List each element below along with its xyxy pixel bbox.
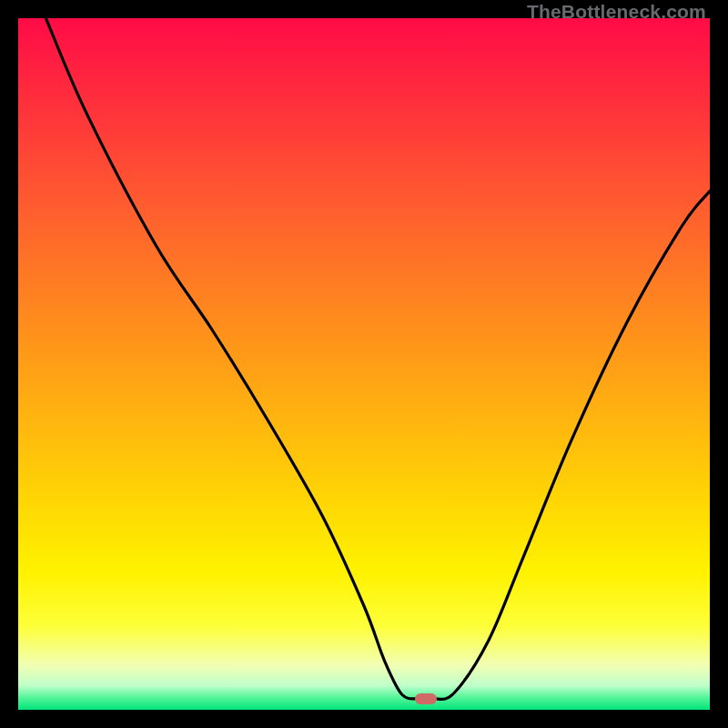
chart-frame: TheBottleneck.com [0, 0, 728, 728]
plot-area [18, 18, 710, 710]
curve-minimum-marker [415, 693, 437, 704]
bottleneck-curve [18, 18, 710, 710]
